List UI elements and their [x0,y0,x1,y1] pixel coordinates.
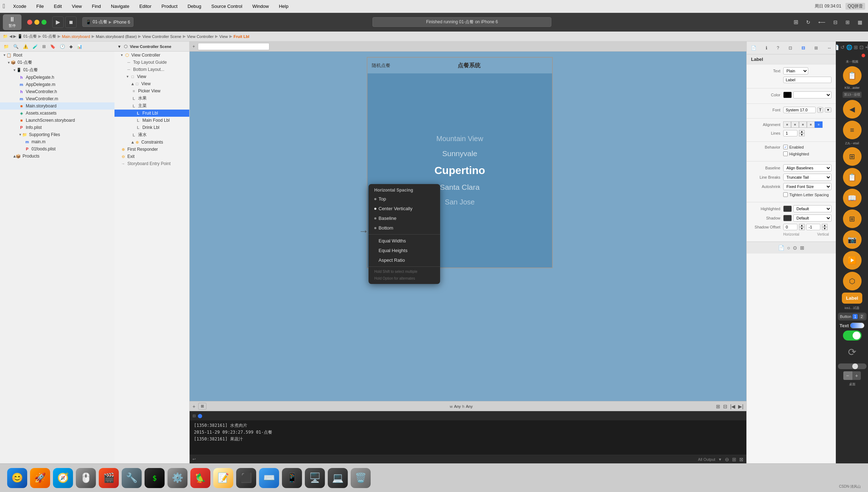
align-natural-btn[interactable]: ≡ [815,121,823,128]
scheme-selector[interactable]: 📱 01-点餐 ▶ iPhone 6 [82,17,133,27]
baseline-select[interactable]: Align Baselines [783,164,832,172]
inspector-bottom-tab4[interactable]: ⊞ [800,245,804,251]
top-icon-2[interactable]: ↺ [840,44,845,50]
align-right-btn[interactable]: ≡ [799,121,807,128]
menu-navigate[interactable]: Navigate [109,3,131,10]
canvas-back-btn[interactable]: + [192,44,195,49]
align-center-btn[interactable]: ≡ [791,121,799,128]
menu-xcode[interactable]: Xcode [11,3,29,10]
breadcrumb-item-7[interactable]: View [219,34,228,39]
ksi-widget[interactable]: 📋 KSI...aster [843,66,862,90]
nav-appdelegate-m[interactable]: m AppDelegate.m [0,81,114,88]
dock-tools[interactable]: 🔧 [122,468,142,488]
inspector-tab-identity[interactable]: ⊡ [787,44,794,52]
inspector-tab-size[interactable]: ⊞ [813,44,819,52]
book-widget[interactable]: 📖 [843,189,862,207]
font-down-btn[interactable]: ▼ [825,107,832,112]
font-picker-btn[interactable]: T [817,107,823,113]
top-icon-3[interactable]: 🌐 [846,44,852,50]
outline-storyboard-entry[interactable]: → Storyboard Entry Point [114,160,189,167]
top-icon-1[interactable]: 📄 [836,44,839,50]
inspector-tab-attributes[interactable]: ⊟ [800,44,806,52]
dock-rocket[interactable]: 🚀 [30,468,50,488]
inspector-bottom-tab2[interactable]: ○ [787,245,790,251]
color-select[interactable] [793,91,832,98]
nav-supporting-files[interactable]: ▼ 📁 Supporting Files [0,131,114,138]
context-menu-top[interactable]: Top [369,194,440,204]
breadcrumb-item-8[interactable]: Fruit Lbl [234,34,249,39]
outline-view[interactable]: ▼ □ View [114,73,189,80]
dock-notes[interactable]: 📝 [213,468,233,488]
debug-filter-btn[interactable]: ▼ [718,457,722,462]
dock-settings[interactable]: ⚙️ [167,468,187,488]
outline-view2[interactable]: ▶ □ View [114,80,189,87]
dock-dark1[interactable]: ⬛ [236,468,256,488]
shadow-h-up[interactable]: ▲ [799,224,805,227]
dock-dark4[interactable]: 💻 [328,468,348,488]
nav-grid-btn[interactable]: ⊞ [41,43,47,50]
nav-test-btn[interactable]: 🧪 [31,43,39,50]
table-widget[interactable]: 📋 [843,168,862,187]
slider-widget[interactable] [838,363,867,369]
inspector-tab-info[interactable]: ℹ [764,44,769,52]
shadow-h-input[interactable] [783,224,798,230]
storyboard-canvas[interactable]: → 随机点餐 点餐系统 Mountain View Sunnyvale Cupe… [190,52,746,411]
outline-picker-view[interactable]: ≡ Picker View [114,87,189,95]
menu-file[interactable]: File [34,3,46,10]
breadcrumb-item-3[interactable]: Main.storyboard [62,34,90,39]
back-btn[interactable]: ⟵ [815,18,828,26]
refresh-btn[interactable]: ↻ [803,18,813,26]
shadow-v-input[interactable] [806,224,820,230]
nav-launchscreen[interactable]: ■ LaunchScreen.storyboard [0,117,114,124]
outline-main-food-lbl[interactable]: L Main Food Lbl [114,117,189,124]
breadcrumb-item-5[interactable]: View Controller Scene [142,34,181,39]
top-icon-5[interactable]: ⊡ [859,44,864,50]
menu-edit[interactable]: Edit [52,3,64,10]
nav-project[interactable]: ▼ 📦 01-点餐 [0,59,114,66]
outline-drink-lbl[interactable]: L Drink Lbl [114,124,189,131]
nav-viewcontroller-h[interactable]: h ViewController.h [0,88,114,95]
debug-hide-btn[interactable]: ⊟ [192,414,196,418]
nav-root[interactable]: ▼ 📋 Root [0,52,114,59]
dock-mouse[interactable]: 🖱️ [76,468,96,488]
nav-main-storyboard[interactable]: ■ Main.storyboard [0,102,114,110]
dock-safari[interactable]: 🧭 [53,468,73,488]
debug-status-btn[interactable]: ↩ [192,457,196,462]
nav-info-plist[interactable]: P Info.plist [0,124,114,131]
inspector-tab-help[interactable]: ? [775,44,781,52]
nav-search-btn[interactable]: 🔍 [12,43,20,50]
tighten-checkbox[interactable] [783,192,788,197]
dock-trash[interactable]: 🗑️ [351,468,371,488]
dock-terminal[interactable]: $ [145,468,165,488]
menu-view[interactable]: View [70,3,84,10]
autoshrink-select[interactable]: Fixed Font Size [783,183,832,190]
nav-bookmark-btn[interactable]: 🔖 [49,43,57,50]
menu-product[interactable]: Product [159,3,180,10]
highlighted-color-select[interactable]: Default [793,205,832,212]
menu-help[interactable]: Help [277,3,291,10]
layout-btn3[interactable]: ▦ [855,18,865,26]
context-menu-baseline[interactable]: Baseline [369,213,440,223]
inspector-tab-file[interactable]: 📄 [750,44,758,52]
outline-first-responder[interactable]: ⊕ First Responder [114,146,189,153]
lines-input[interactable] [783,130,798,136]
shadow-v-up[interactable]: ▲ [822,224,828,227]
dock-xcode[interactable]: ⌨️ [259,468,279,488]
canvas-split-btn[interactable]: ⊟ [723,404,727,409]
nav-folder-btn[interactable]: 📁 [2,43,10,50]
canvas-search[interactable] [198,43,269,50]
nav-viewcontroller-m[interactable]: m ViewController.m [0,95,114,102]
grid-widget[interactable]: ⊞ [843,147,862,166]
nav-products[interactable]: ▶ 📦 Products [0,153,114,160]
outline-fruit-lbl[interactable]: L 水果 [114,95,189,102]
context-menu-equal-widths[interactable]: Equal Widths [369,236,440,246]
highlighted-color-swatch[interactable] [783,206,792,212]
outline-vc[interactable]: ▼ ⬡ View Controller [114,52,189,59]
traffic-light-red[interactable] [27,20,32,25]
lines-down-btn[interactable]: ▼ [799,133,805,136]
enabled-checkbox[interactable] [783,145,788,149]
run-button[interactable]: ▶ [52,16,64,28]
layout-btn1[interactable]: ⊟ [830,18,840,26]
shadow-color-select[interactable]: Default [793,214,832,222]
lines-up-btn[interactable]: ▲ [799,130,805,133]
